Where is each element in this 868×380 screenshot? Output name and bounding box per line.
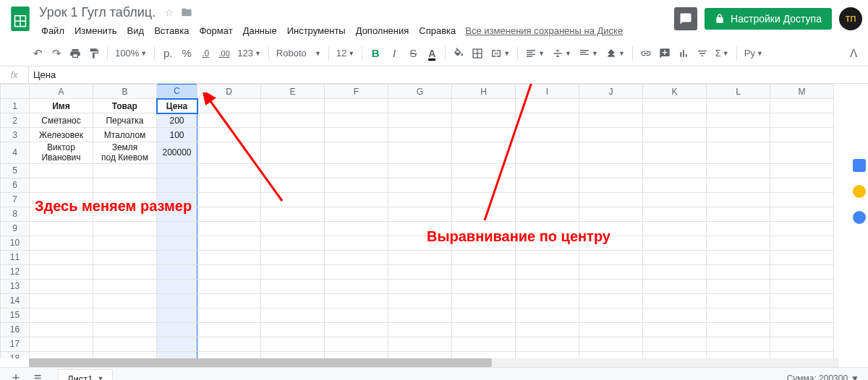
- cell-B1[interactable]: Товар: [93, 99, 157, 113]
- cell-I14[interactable]: [516, 293, 579, 308]
- cell-B15[interactable]: [93, 308, 157, 322]
- cell-A3[interactable]: Железовек: [30, 128, 93, 142]
- cell-I2[interactable]: [516, 113, 579, 128]
- cell-H9[interactable]: [452, 221, 516, 236]
- cell-F13[interactable]: [325, 279, 388, 293]
- row-header-5[interactable]: 5: [1, 163, 30, 178]
- currency-button[interactable]: р.: [159, 44, 176, 63]
- cell-D11[interactable]: [197, 250, 261, 264]
- menu-insert[interactable]: Вставка: [149, 24, 194, 38]
- cell-D2[interactable]: [197, 113, 261, 128]
- cell-K12[interactable]: [643, 264, 707, 279]
- cell-I6[interactable]: [516, 178, 579, 192]
- cell-L14[interactable]: [707, 293, 770, 308]
- cell-K1[interactable]: [643, 99, 707, 113]
- cell-A13[interactable]: [30, 279, 93, 293]
- cell-F7[interactable]: [325, 192, 388, 207]
- doc-title[interactable]: Урок 1 Гугл таблиц.: [36, 5, 158, 20]
- cell-M6[interactable]: [770, 178, 834, 192]
- cell-K18[interactable]: [643, 351, 707, 358]
- bold-button[interactable]: B: [367, 44, 384, 63]
- paint-format-button[interactable]: [85, 44, 103, 63]
- cell-M3[interactable]: [770, 128, 834, 142]
- cell-F6[interactable]: [325, 178, 388, 192]
- cell-J6[interactable]: [579, 178, 643, 192]
- cell-J14[interactable]: [579, 293, 643, 308]
- cell-D4[interactable]: [197, 142, 261, 164]
- column-header-D[interactable]: D: [197, 85, 261, 99]
- cell-H5[interactable]: [452, 163, 516, 178]
- cell-A18[interactable]: [30, 351, 93, 358]
- cell-E18[interactable]: [261, 351, 325, 358]
- cell-G1[interactable]: [388, 99, 452, 113]
- merge-cells-dropdown[interactable]: ▼: [488, 48, 513, 59]
- cell-G17[interactable]: [388, 337, 452, 351]
- cell-D18[interactable]: [197, 351, 261, 358]
- cell-D5[interactable]: [197, 163, 261, 178]
- column-header-H[interactable]: H: [452, 85, 516, 99]
- cell-A2[interactable]: Сметанос: [30, 113, 93, 128]
- cell-K2[interactable]: [643, 113, 707, 128]
- cell-M11[interactable]: [770, 250, 834, 264]
- row-header-18[interactable]: 18: [1, 351, 30, 358]
- calendar-icon[interactable]: [853, 159, 866, 172]
- cell-J13[interactable]: [579, 279, 643, 293]
- cell-I12[interactable]: [516, 264, 579, 279]
- cell-E7[interactable]: [261, 192, 325, 207]
- cell-F12[interactable]: [325, 264, 388, 279]
- cell-D6[interactable]: [197, 178, 261, 192]
- cell-M8[interactable]: [770, 207, 834, 221]
- cell-C10[interactable]: [157, 236, 197, 250]
- cell-G6[interactable]: [388, 178, 452, 192]
- row-header-13[interactable]: 13: [1, 279, 30, 293]
- cell-J4[interactable]: [579, 142, 643, 164]
- cell-J7[interactable]: [579, 192, 643, 207]
- cell-M2[interactable]: [770, 113, 834, 128]
- cell-C5[interactable]: [157, 163, 197, 178]
- cell-G8[interactable]: [388, 207, 452, 221]
- italic-button[interactable]: I: [386, 44, 403, 63]
- keep-icon[interactable]: [853, 185, 866, 198]
- number-format-dropdown[interactable]: 123▼: [234, 48, 264, 59]
- cell-D9[interactable]: [197, 221, 261, 236]
- cell-C17[interactable]: [157, 337, 197, 351]
- cell-B4[interactable]: Земляпод Киевом: [93, 142, 157, 164]
- cell-E17[interactable]: [261, 337, 325, 351]
- cell-A11[interactable]: [30, 250, 93, 264]
- menu-addons[interactable]: Дополнения: [351, 24, 414, 38]
- cell-M16[interactable]: [770, 322, 834, 337]
- row-header-16[interactable]: 16: [1, 322, 30, 337]
- cell-B3[interactable]: Мталолом: [93, 128, 157, 142]
- redo-button[interactable]: ↷: [48, 44, 65, 63]
- functions-dropdown[interactable]: Σ▼: [712, 48, 732, 59]
- cell-H14[interactable]: [452, 293, 516, 308]
- cell-D14[interactable]: [197, 293, 261, 308]
- cell-E1[interactable]: [261, 99, 325, 113]
- save-status[interactable]: Все изменения сохранены на Диске: [465, 25, 623, 36]
- cell-E11[interactable]: [261, 250, 325, 264]
- cell-B7[interactable]: [93, 192, 157, 207]
- cell-H18[interactable]: [452, 351, 516, 358]
- cell-J12[interactable]: [579, 264, 643, 279]
- cell-B12[interactable]: [93, 264, 157, 279]
- cell-D13[interactable]: [197, 279, 261, 293]
- folder-icon[interactable]: [180, 6, 193, 19]
- cell-L16[interactable]: [707, 322, 770, 337]
- row-header-1[interactable]: 1: [1, 99, 30, 113]
- cell-C4[interactable]: 200000: [157, 142, 197, 164]
- cell-I16[interactable]: [516, 322, 579, 337]
- cell-I9[interactable]: [516, 221, 579, 236]
- cell-G10[interactable]: [388, 236, 452, 250]
- cell-E4[interactable]: [261, 142, 325, 164]
- cell-A14[interactable]: [30, 293, 93, 308]
- cell-I4[interactable]: [516, 142, 579, 164]
- menu-format[interactable]: Формат: [194, 24, 237, 38]
- cell-L3[interactable]: [707, 128, 770, 142]
- cell-B14[interactable]: [93, 293, 157, 308]
- cell-B18[interactable]: [93, 351, 157, 358]
- print-button[interactable]: [67, 44, 84, 63]
- cell-H10[interactable]: [452, 236, 516, 250]
- cell-M14[interactable]: [770, 293, 834, 308]
- insert-comment-button[interactable]: [656, 44, 673, 63]
- cell-M5[interactable]: [770, 163, 834, 178]
